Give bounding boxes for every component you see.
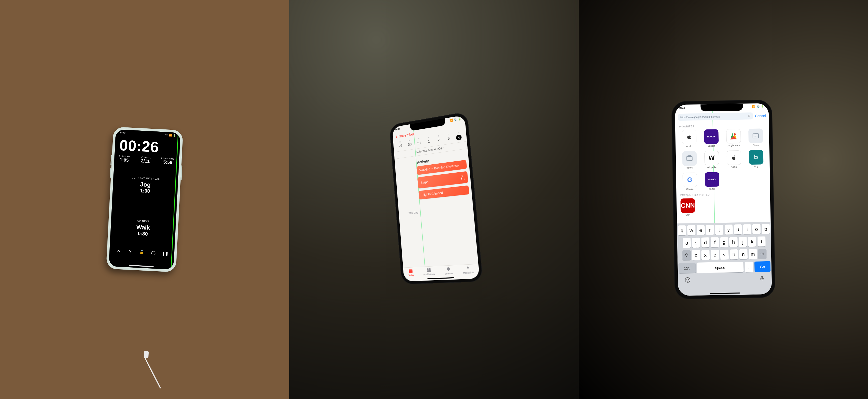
key-u[interactable]: u bbox=[734, 224, 742, 235]
workout-app-photo: 9:59 ••• 📶 🔋 00:26 ELAPSED 1:05 INTERVAL… bbox=[0, 0, 289, 399]
favorite-label: Apple bbox=[686, 145, 692, 148]
favorite-site[interactable]: YAHOO!Yahoo! bbox=[702, 129, 721, 147]
favorite-label: Bing bbox=[754, 165, 758, 168]
key-123[interactable]: 123 bbox=[679, 263, 696, 273]
frequent-site[interactable]: CNNCNN bbox=[681, 198, 695, 216]
tab-label: Medical ID bbox=[463, 271, 474, 274]
favorite-label: CNN bbox=[685, 214, 690, 216]
card-value: 7, bbox=[460, 174, 465, 181]
key-g[interactable]: g bbox=[720, 237, 728, 247]
tab-medical-id[interactable]: Medical ID bbox=[463, 265, 474, 274]
url-field[interactable]: https://www.google.ca/amp/montrea bbox=[678, 113, 753, 121]
key-t[interactable]: t bbox=[715, 225, 723, 235]
key-shift[interactable] bbox=[682, 250, 691, 260]
key-space[interactable]: space bbox=[697, 262, 744, 273]
key-d[interactable]: d bbox=[701, 237, 709, 248]
pause-button[interactable]: ❚❚ bbox=[162, 251, 168, 256]
calendar-day[interactable]: 30 bbox=[405, 142, 415, 148]
favorite-site[interactable]: Apple bbox=[679, 130, 699, 148]
tab-label: Today bbox=[408, 274, 414, 277]
favorite-label: Popular bbox=[685, 166, 693, 169]
svg-rect-2 bbox=[427, 268, 429, 270]
key-m[interactable]: m bbox=[749, 249, 757, 259]
key-backspace[interactable] bbox=[758, 249, 767, 259]
tab-bar: TodayHealth DataSourcesMedical ID bbox=[403, 264, 480, 281]
favorite-site[interactable]: YAHOO!Yahoo bbox=[702, 172, 722, 190]
key-y[interactable]: y bbox=[724, 224, 733, 235]
key-e[interactable]: e bbox=[696, 225, 705, 235]
key-k[interactable]: k bbox=[748, 237, 756, 247]
key-w[interactable]: w bbox=[687, 225, 695, 236]
shift-icon bbox=[684, 253, 689, 257]
cancel-button[interactable]: Cancel bbox=[755, 114, 766, 118]
frequently-visited-heading: FREQUENTLY VISITED bbox=[680, 192, 766, 196]
key-r[interactable]: r bbox=[706, 225, 714, 235]
key-j[interactable]: j bbox=[739, 237, 747, 247]
key-l[interactable]: l bbox=[757, 237, 766, 247]
key-x[interactable]: x bbox=[701, 250, 710, 260]
favorite-label: Yahoo! bbox=[708, 145, 715, 147]
status-time: 9:03 bbox=[679, 106, 685, 110]
tab-label: Sources bbox=[445, 272, 453, 275]
favorite-site[interactable]: bBing bbox=[746, 150, 766, 168]
svg-rect-3 bbox=[429, 268, 431, 270]
health-app-photo: 9:04 📶 📡 🔋 November SMTWTFS 2930311234 S… bbox=[289, 0, 579, 399]
volume-down-button bbox=[110, 168, 112, 178]
clear-text-icon[interactable] bbox=[747, 114, 751, 118]
favorite-site[interactable]: News bbox=[746, 128, 765, 147]
key-f[interactable]: f bbox=[711, 237, 719, 247]
phone-body: 9:59 ••• 📶 🔋 00:26 ELAPSED 1:05 INTERVAL… bbox=[106, 127, 183, 272]
calendar-day[interactable]: 3 bbox=[443, 136, 454, 143]
calendar-day[interactable]: 31 bbox=[414, 140, 425, 147]
card-title: Flights Climbed bbox=[422, 191, 443, 197]
key-n[interactable]: n bbox=[739, 249, 748, 259]
calendar-day[interactable]: 4 bbox=[454, 134, 464, 141]
calendar-day[interactable]: 29 bbox=[396, 143, 405, 150]
key-b[interactable]: b bbox=[730, 249, 738, 259]
key-z[interactable]: z bbox=[692, 250, 700, 260]
svg-point-14 bbox=[686, 279, 687, 280]
lap-circle-button[interactable]: ◯ bbox=[150, 250, 157, 255]
remaining-value: 5:56 bbox=[161, 159, 175, 165]
key-go[interactable]: Go bbox=[754, 262, 771, 272]
volume-up-button bbox=[111, 155, 112, 165]
tab-label: Health Data bbox=[424, 273, 435, 276]
help-button[interactable]: ? bbox=[127, 249, 134, 254]
key-h[interactable]: h bbox=[730, 237, 738, 247]
key-o[interactable]: o bbox=[752, 224, 761, 234]
tab-sources[interactable]: Sources bbox=[444, 266, 453, 275]
key-v[interactable]: v bbox=[720, 250, 728, 260]
key-i[interactable]: i bbox=[743, 224, 751, 235]
key-q[interactable]: q bbox=[678, 225, 686, 236]
key-a[interactable]: a bbox=[683, 238, 691, 248]
safari-screen: 9:03 📶 📡 🔋 https://www.google.ca/amp/mon… bbox=[675, 103, 772, 296]
tab-health-data[interactable]: Health Data bbox=[423, 267, 435, 276]
key-p[interactable]: p bbox=[762, 224, 770, 234]
keyboard: qwertyuiop asdfghjkl zxcvbnm 123 space .… bbox=[677, 222, 772, 296]
emoji-icon[interactable] bbox=[684, 277, 691, 283]
favorite-site[interactable]: Apple bbox=[724, 150, 743, 168]
lock-button[interactable]: 🔓 bbox=[138, 250, 145, 255]
favorite-site[interactable]: Google Maps bbox=[724, 129, 743, 147]
health-screen: 9:04 📶 📡 🔋 November SMTWTFS 2930311234 S… bbox=[392, 115, 480, 281]
favorite-site[interactable]: Popular bbox=[680, 151, 699, 169]
close-button[interactable]: ✕ bbox=[116, 248, 122, 253]
calendar-day[interactable]: 2 bbox=[434, 137, 444, 144]
favorite-label: Wikipedia bbox=[707, 166, 716, 169]
card-title: Steps bbox=[421, 180, 428, 184]
safari-app-photo: 9:03 📶 📡 🔋 https://www.google.ca/amp/mon… bbox=[579, 0, 868, 399]
home-indicator[interactable] bbox=[710, 293, 740, 294]
svg-rect-5 bbox=[429, 270, 431, 272]
favorite-site[interactable]: WWikipedia bbox=[702, 151, 721, 169]
favorite-site[interactable]: GGoogle bbox=[680, 172, 700, 190]
key-dot[interactable]: . bbox=[745, 262, 753, 272]
status-time: 9:04 bbox=[396, 127, 401, 131]
svg-point-15 bbox=[688, 279, 689, 280]
key-c[interactable]: c bbox=[711, 250, 719, 260]
key-s[interactable]: s bbox=[692, 238, 700, 248]
backspace-icon bbox=[760, 252, 764, 256]
calendar-day[interactable]: 1 bbox=[424, 139, 434, 145]
dictation-icon[interactable] bbox=[758, 275, 765, 282]
tab-today[interactable]: Today bbox=[408, 268, 414, 277]
status-indicators: 📶 📡 🔋 bbox=[752, 105, 764, 108]
